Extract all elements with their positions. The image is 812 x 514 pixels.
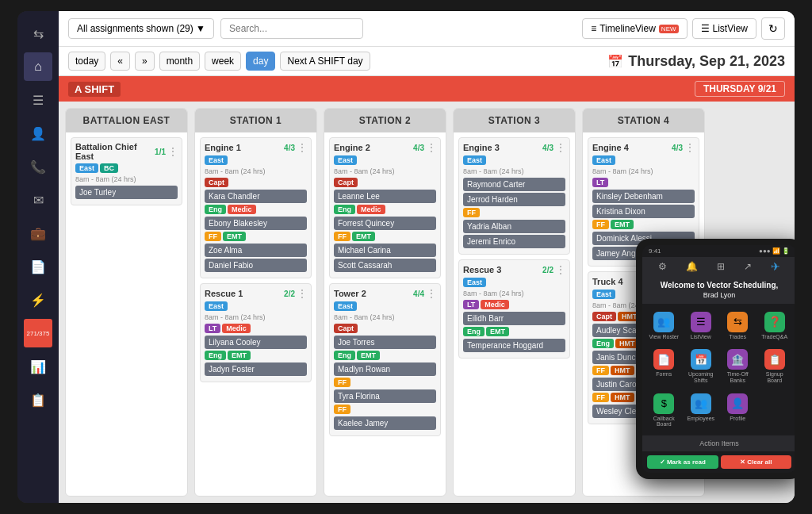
unit-more-button[interactable]: ⋮ xyxy=(297,288,307,299)
next-next-button[interactable]: » xyxy=(135,52,155,71)
unit-header: Rescue 32/2⋮ xyxy=(463,264,565,275)
sidebar-icon-menu[interactable]: ☰ xyxy=(24,86,52,114)
tag-east: East xyxy=(205,155,228,165)
unit-more-button[interactable]: ⋮ xyxy=(685,142,695,153)
unit-more-button[interactable]: ⋮ xyxy=(427,142,436,153)
mobile-nav-bell[interactable]: 🔔 xyxy=(686,261,698,272)
person-row[interactable]: Scott Cassarah xyxy=(334,259,436,272)
person-row[interactable]: Tyra Florina xyxy=(334,389,436,403)
mobile-grid-item[interactable]: ❓TradeQ&A xyxy=(758,309,792,343)
mobile-nav-share[interactable]: ↗ xyxy=(744,261,752,272)
shift-header: A SHIFT THURSDAY 9/21 xyxy=(59,76,795,102)
sidebar-icon-lightning[interactable]: ⚡ xyxy=(24,286,52,314)
person-name: Eilidh Barr xyxy=(467,314,504,323)
unit-more-button[interactable]: ⋮ xyxy=(427,288,436,299)
station-col: STATION 1Engine 14/3⋮East8am - 8am (24 h… xyxy=(194,108,317,497)
unit-tags: East xyxy=(334,301,436,313)
search-input[interactable] xyxy=(220,18,363,39)
clear-all-button[interactable]: ✕ Clear all xyxy=(721,455,792,469)
sidebar-icon-chart[interactable]: 📊 xyxy=(24,352,52,381)
person-row[interactable]: Jerrod Harden xyxy=(463,193,565,206)
person-row[interactable]: Kinsley Debenham xyxy=(592,190,695,203)
sidebar-icon-phone[interactable]: 📞 xyxy=(24,152,52,181)
day-button[interactable]: day xyxy=(246,52,275,71)
month-button[interactable]: month xyxy=(159,52,200,71)
person-name: Jerrod Harden xyxy=(467,195,518,204)
mobile-grid-item[interactable]: ☰ListView xyxy=(684,309,718,343)
station-body: Engine 14/3⋮East8am - 8am (24 hrs)CaptKa… xyxy=(195,132,316,496)
person-tag: EMT xyxy=(223,232,246,241)
unit-name: Engine 3 xyxy=(463,143,500,152)
mark-as-read-button[interactable]: ✓ Mark as read xyxy=(647,455,718,469)
mobile-grid-item[interactable]: 📅Upcoming Shifts xyxy=(684,346,718,386)
person-row[interactable]: Eilidh Barr xyxy=(463,312,565,325)
person-tags: LTMedic xyxy=(463,300,565,311)
mobile-grid-item[interactable]: 🏦Time-Off Banks xyxy=(721,346,755,386)
mobile-grid-icon: 📅 xyxy=(691,349,711,370)
sidebar-icon-doc[interactable]: 📄 xyxy=(24,252,52,281)
list-view-button[interactable]: ☰ ListView xyxy=(692,18,756,39)
person-row[interactable]: Temperance Hoggard xyxy=(463,339,565,352)
person-row[interactable]: Kristina Dixon xyxy=(592,205,695,218)
sidebar-icon-briefcase[interactable]: 💼 xyxy=(24,219,52,247)
mobile-grid-item[interactable]: $Callback Board xyxy=(647,390,681,431)
station-header: STATION 4 xyxy=(583,109,704,132)
mobile-grid-item[interactable]: 📋Signup Board xyxy=(758,346,792,386)
person-row[interactable]: Madlyn Rowan xyxy=(334,362,436,376)
mobile-grid-item[interactable]: 📄Forms xyxy=(647,346,681,386)
sidebar-icon-mail[interactable]: ✉ xyxy=(24,186,52,214)
mobile-grid-label: Profile xyxy=(730,416,745,422)
station-body: Engine 24/3⋮East8am - 8am (24 hrs)CaptLe… xyxy=(324,132,446,496)
mobile-grid-label: ListView xyxy=(691,334,711,340)
mobile-grid-item[interactable]: 👥Employees xyxy=(684,390,718,431)
person-row[interactable]: Zoe Alma xyxy=(205,244,307,257)
person-tag: FF xyxy=(592,366,609,375)
station-header: STATION 3 xyxy=(454,109,575,132)
person-row[interactable]: Yadria Alban xyxy=(463,220,565,233)
unit-more-button[interactable]: ⋮ xyxy=(556,142,565,153)
unit-name: Tower 2 xyxy=(334,289,366,298)
person-row[interactable]: Joe Torres xyxy=(334,336,436,349)
mobile-grid-item[interactable]: 👥View Roster xyxy=(647,309,681,343)
sidebar-icon-clipboard[interactable]: 📋 xyxy=(24,386,52,414)
person-row[interactable]: Daniel Fabio xyxy=(205,259,307,272)
refresh-button[interactable]: ↻ xyxy=(761,17,785,40)
person-row[interactable]: Forrest Quincey xyxy=(334,217,436,230)
sidebar-icon-user[interactable]: 👤 xyxy=(24,119,52,148)
person-row[interactable]: Lilyana Cooley xyxy=(205,336,307,349)
unit-more-button[interactable]: ⋮ xyxy=(556,264,565,275)
person-row[interactable]: Kara Chandler xyxy=(205,190,307,203)
person-row[interactable]: Kaelee Jamey xyxy=(334,416,436,430)
person-row[interactable]: Jeremi Enrico xyxy=(463,235,565,248)
next-shift-button[interactable]: Next A SHIFT day xyxy=(280,52,370,71)
mobile-nav-grid[interactable]: ⊞ xyxy=(717,261,725,272)
mobile-grid-item[interactable]: ⇆Trades xyxy=(721,309,755,343)
person-row[interactable]: Joe Turley xyxy=(75,186,178,199)
unit-card: Engine 34/3⋮East8am - 8am (24 hrs)Raymon… xyxy=(458,137,570,255)
person-tag: FF xyxy=(592,220,609,229)
unit-more-button[interactable]: ⋮ xyxy=(297,142,307,153)
person-name: Kara Chandler xyxy=(209,192,259,201)
person-tag: Medic xyxy=(228,205,256,214)
prev-prev-button[interactable]: « xyxy=(110,52,130,71)
person-row[interactable]: Ebony Blakesley xyxy=(205,217,307,230)
sidebar-icon-home[interactable]: ⌂ xyxy=(24,52,52,81)
person-row[interactable]: Raymond Carter xyxy=(463,178,565,191)
person-row[interactable]: Leanne Lee xyxy=(334,190,436,203)
filter-dropdown[interactable]: All assignments shown (29) ▼ xyxy=(68,18,214,39)
week-button[interactable]: week xyxy=(205,52,241,71)
unit-time: 8am - 8am (24 hrs) xyxy=(463,290,565,297)
current-date: 📅 Thursday, Sep 21, 2023 xyxy=(607,53,785,70)
person-tag: EMT xyxy=(357,351,380,360)
sidebar-badge-count[interactable]: 271/375 xyxy=(24,319,52,347)
mobile-grid-item[interactable]: 👤Profile xyxy=(721,390,755,431)
unit-more-button[interactable]: ⋮ xyxy=(168,146,178,157)
mobile-nav-settings[interactable]: ⚙ xyxy=(658,261,667,272)
unit-tags: East xyxy=(592,155,695,167)
person-row[interactable]: Michael Carina xyxy=(334,244,436,257)
unit-count: 4/3 xyxy=(542,144,553,152)
today-button[interactable]: today xyxy=(68,52,105,71)
timeline-view-button[interactable]: ≡ TimelineView NEW xyxy=(582,18,687,39)
sidebar-icon-arrows[interactable]: ⇆ xyxy=(24,19,52,48)
person-row[interactable]: Jadyn Foster xyxy=(205,362,307,376)
